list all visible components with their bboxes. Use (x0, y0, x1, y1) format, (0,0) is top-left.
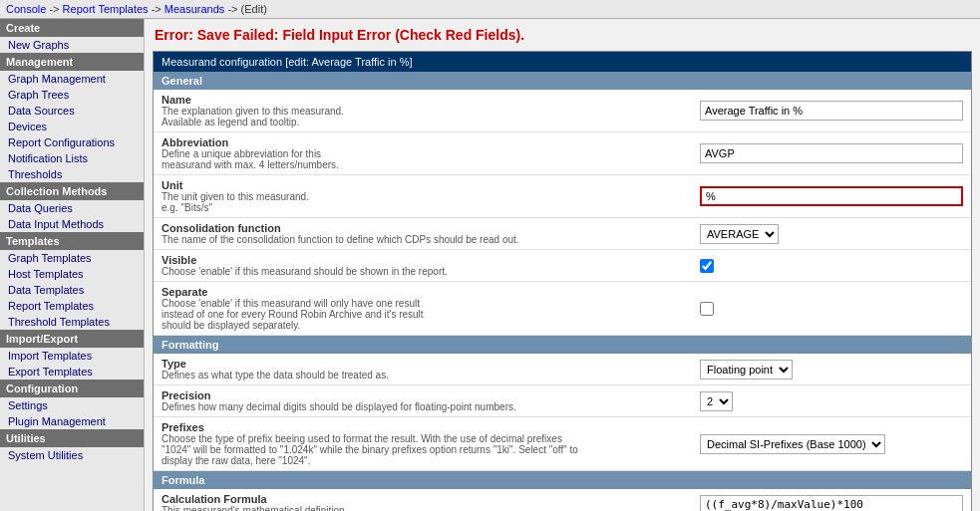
sidebar-section-management: Management (0, 53, 144, 71)
sidebar-item-thresholds[interactable]: Thresholds (0, 166, 144, 182)
sidebar-item-graph-trees[interactable]: Graph Trees (0, 87, 144, 103)
form-row-abbrev: Abbreviation Define a unique abbreviatio… (154, 132, 971, 175)
visible-desc: Choose 'enable' if this measurand should… (162, 266, 684, 277)
main-layout: Create New Graphs Management Graph Manag… (0, 19, 980, 511)
prefixes-label: Prefixes (162, 421, 684, 433)
name-input[interactable] (700, 101, 963, 121)
sidebar-item-plugin-management[interactable]: Plugin Management (0, 413, 144, 429)
breadcrumb-console[interactable]: Console (6, 3, 46, 15)
unit-label: Unit (162, 179, 684, 191)
sidebar-item-system-utilities[interactable]: System Utilities (0, 447, 144, 463)
sidebar-item-export-templates[interactable]: Export Templates (0, 364, 144, 380)
visible-checkbox[interactable] (700, 259, 714, 273)
section-formatting: Formatting (154, 336, 971, 354)
precision-desc: Defines how many decimal digits should b… (162, 401, 684, 412)
sidebar-item-data-templates[interactable]: Data Templates (0, 282, 144, 298)
sidebar-section-templates: Templates (0, 232, 144, 250)
consolidation-select[interactable]: AVERAGE MAX MIN LAST (700, 224, 779, 244)
calc-formula-input[interactable]: ((f_avg*8)/maxValue)*100 (700, 495, 963, 511)
sidebar-item-import-templates[interactable]: Import Templates (0, 348, 144, 364)
sidebar-section-create: Create (0, 19, 144, 37)
consolidation-label: Consolidation function (162, 222, 684, 234)
separate-label: Separate (162, 286, 684, 298)
calc-formula-desc: This measurand's mathematical definition… (162, 505, 684, 511)
calc-formula-label: Calculation Formula (162, 493, 684, 505)
sidebar-item-data-input-methods[interactable]: Data Input Methods (0, 216, 144, 232)
form-row-name: Name The explanation given to this measu… (154, 90, 971, 132)
sidebar-item-report-templates[interactable]: Report Templates (0, 298, 144, 314)
form-row-unit: Unit The unit given to this measurand.e.… (154, 175, 971, 218)
sidebar: Create New Graphs Management Graph Manag… (0, 19, 145, 511)
sidebar-item-data-sources[interactable]: Data Sources (0, 103, 144, 119)
form-row-type: Type Defines as what type the data shoul… (154, 354, 971, 385)
sidebar-item-devices[interactable]: Devices (0, 119, 144, 134)
sidebar-item-notification-lists[interactable]: Notification Lists (0, 150, 144, 166)
name-desc: The explanation given to this measurand.… (162, 106, 684, 128)
form-panel-title: Measurand configuration [edit: Average T… (154, 52, 971, 72)
sidebar-item-settings[interactable]: Settings (0, 397, 144, 413)
app: Console -> Report Templates -> Measurand… (0, 0, 980, 511)
sidebar-section-utilities: Utilities (0, 429, 144, 447)
breadcrumb-measurands[interactable]: Measurands (164, 3, 225, 15)
sidebar-section-collection-methods: Collection Methods (0, 182, 144, 200)
precision-label: Precision (162, 389, 684, 401)
separate-desc: Choose 'enable' if this measurand will o… (162, 298, 684, 331)
section-general: General (154, 72, 971, 90)
unit-desc: The unit given to this measurand.e.g. "B… (162, 191, 684, 213)
prefixes-desc: Choose the type of prefix beeing used to… (162, 433, 684, 466)
abbrev-label: Abbreviation (162, 136, 684, 148)
form-row-precision: Precision Defines how many decimal digit… (154, 385, 971, 417)
section-formula: Formula (154, 471, 971, 489)
sidebar-item-report-configurations[interactable]: Report Configurations (0, 134, 144, 150)
form-row-separate: Separate Choose 'enable' if this measura… (154, 282, 971, 336)
type-label: Type (162, 358, 684, 370)
precision-select[interactable]: 0 1 2 3 4 5 (700, 391, 733, 411)
unit-input[interactable] (700, 186, 963, 206)
content-area: Error: Save Failed: Field Input Error (C… (145, 19, 980, 511)
sidebar-item-new-graphs[interactable]: New Graphs (0, 37, 144, 53)
consolidation-desc: The name of the consolidation function t… (162, 234, 684, 245)
breadcrumb-edit: (Edit) (241, 3, 267, 15)
sidebar-section-import-export: Import/Export (0, 330, 144, 348)
separate-checkbox[interactable] (700, 302, 714, 316)
form-row-prefixes: Prefixes Choose the type of prefix beein… (154, 417, 971, 471)
sidebar-item-data-queries[interactable]: Data Queries (0, 200, 144, 216)
prefixes-select[interactable]: Decimal SI-Prefixes (Base 1000) Binary S… (700, 434, 885, 454)
form-row-calc-formula: Calculation Formula This measurand's mat… (154, 489, 971, 511)
sidebar-item-graph-management[interactable]: Graph Management (0, 71, 144, 87)
error-banner: Error: Save Failed: Field Input Error (C… (145, 19, 980, 51)
abbrev-desc: Define a unique abbreviation for thismea… (162, 148, 684, 170)
form-row-visible: Visible Choose 'enable' if this measuran… (154, 250, 971, 282)
sidebar-item-threshold-templates[interactable]: Threshold Templates (0, 314, 144, 330)
type-select[interactable]: Floating point Integer Scientific (700, 360, 793, 380)
sidebar-item-host-templates[interactable]: Host Templates (0, 266, 144, 282)
visible-label: Visible (162, 254, 684, 266)
sidebar-section-configuration: Configuration (0, 380, 144, 397)
form-row-consolidation: Consolidation function The name of the c… (154, 218, 971, 250)
form-panel: Measurand configuration [edit: Average T… (153, 51, 972, 511)
sidebar-item-graph-templates[interactable]: Graph Templates (0, 250, 144, 266)
abbrev-input[interactable] (700, 143, 963, 163)
type-desc: Defines as what type the data should be … (162, 370, 684, 381)
name-label: Name (162, 94, 684, 106)
breadcrumb: Console -> Report Templates -> Measurand… (0, 0, 980, 19)
breadcrumb-report-templates[interactable]: Report Templates (63, 3, 149, 15)
